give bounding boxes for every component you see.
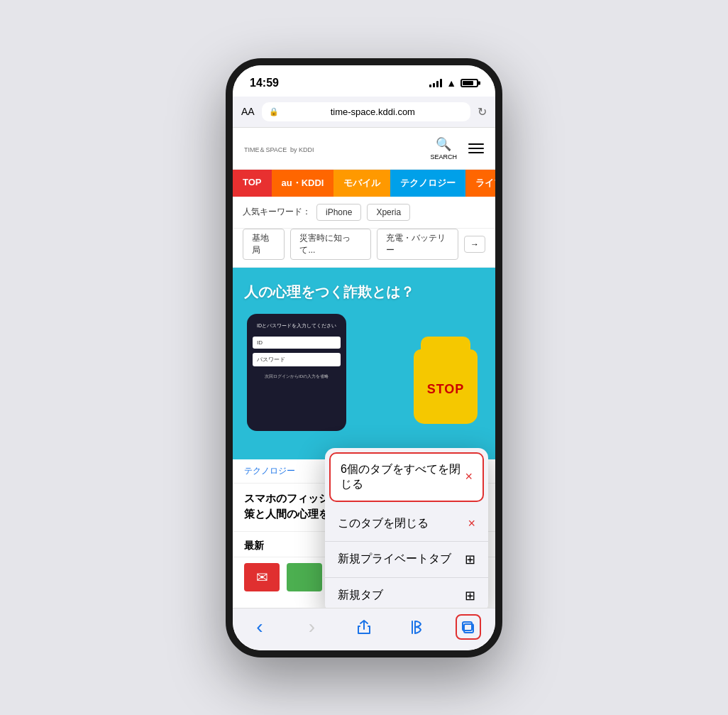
- tabs-icon: [460, 619, 476, 635]
- context-menu[interactable]: 6個のタブをすべてを閉じる × このタブを閉じる × 新規プライベートタブ ⊞ …: [325, 448, 488, 613]
- search-button[interactable]: 🔍 SEARCH: [430, 136, 457, 160]
- keyword-saigai[interactable]: 災害時に知って...: [290, 229, 370, 260]
- site-header: TIME＆SPACE by KDDI 🔍 SEARCH: [233, 128, 495, 170]
- nav-tab-au[interactable]: au・KDDI: [272, 170, 334, 197]
- close-all-icon: ×: [465, 469, 473, 484]
- lock-icon: 🔒: [269, 107, 279, 116]
- hand-yellow: STOP: [414, 349, 478, 424]
- new-private-tab-item[interactable]: 新規プライベートタブ ⊞: [325, 542, 488, 578]
- battery-icon: [460, 79, 478, 87]
- nav-tabs: TOP au・KDDI モバイル テクノロジー ライフスタイ: [233, 170, 495, 197]
- keywords-section: 人気キーワード： iPhone Xperia: [233, 197, 495, 229]
- hero-password-field: パスワード: [253, 353, 341, 366]
- status-icons: ▲: [429, 77, 478, 89]
- signal-icon: [429, 79, 442, 87]
- close-tab-text: このタブを閉じる: [338, 516, 429, 531]
- nav-tab-lifestyle[interactable]: ライフスタイ: [465, 170, 495, 197]
- hero-id-label: ID: [257, 339, 263, 346]
- keywords-label: 人気キーワード：: [243, 206, 311, 218]
- nav-tab-mobile[interactable]: モバイル: [333, 170, 390, 197]
- bookmarks-button[interactable]: [404, 614, 429, 640]
- hero-phone-mockup: IDとパスワードを入力してください ID パスワード 次回ログインからIDの入力…: [247, 314, 346, 431]
- wifi-icon: ▲: [446, 77, 456, 89]
- new-tab-icon: ⊞: [465, 588, 475, 604]
- search-label: SEARCH: [430, 153, 457, 160]
- menu-icon-line: [468, 148, 484, 149]
- header-icons: 🔍 SEARCH: [430, 136, 484, 160]
- iphone-frame: 14:59 ▲ AA 🔒 time-space.kddi.com: [226, 58, 502, 657]
- keyword-charging[interactable]: 充電・バッテリー: [377, 229, 458, 260]
- keyword-xperia[interactable]: Xperia: [367, 204, 410, 221]
- new-tab-text: 新規タブ: [338, 588, 383, 603]
- font-size-button[interactable]: AA: [241, 106, 255, 117]
- latest-label: 最新: [244, 540, 264, 551]
- stop-text: STOP: [427, 382, 465, 397]
- keyword-tags-row1: iPhone Xperia: [316, 204, 410, 221]
- back-arrow-icon: ‹: [256, 616, 263, 638]
- keywords-row2: 基地局 災害時に知って... 充電・バッテリー →: [233, 229, 495, 268]
- hero-checkbox-text: 次回ログインからIDの入力を省略: [265, 373, 329, 380]
- thumbnail-green[interactable]: [287, 563, 322, 591]
- menu-button[interactable]: [468, 143, 484, 153]
- reload-button[interactable]: ↻: [478, 105, 487, 119]
- keyword-iphone[interactable]: iPhone: [316, 204, 361, 221]
- url-bar[interactable]: 🔒 time-space.kddi.com: [262, 102, 470, 121]
- url-text: time-space.kddi.com: [282, 107, 463, 117]
- close-all-tabs-item[interactable]: 6個のタブをすべてを閉じる ×: [329, 452, 484, 502]
- share-button[interactable]: [351, 614, 377, 640]
- menu-icon-line: [468, 152, 484, 153]
- share-icon: [356, 619, 372, 635]
- hero-password-label: パスワード: [257, 356, 285, 363]
- logo-sub: by KDDI: [290, 146, 314, 153]
- article-category[interactable]: テクノロジー: [244, 465, 295, 477]
- thumbnail-mail[interactable]: ✉: [244, 563, 280, 591]
- stop-hand: STOP: [407, 349, 485, 435]
- status-bar: 14:59 ▲: [233, 65, 495, 97]
- hero-id-field: ID: [253, 337, 341, 349]
- site-logo: TIME＆SPACE by KDDI: [244, 141, 314, 155]
- keyword-kichi[interactable]: 基地局: [243, 229, 285, 260]
- hero-article[interactable]: 人の心理をつく詐欺とは？ IDとパスワードを入力してください ID パスワード …: [233, 268, 495, 459]
- close-tab-icon: ×: [468, 516, 475, 531]
- hero-title: 人の心理をつく詐欺とは？: [233, 268, 495, 309]
- books-icon: [409, 619, 424, 635]
- keywords-arrow[interactable]: →: [464, 236, 485, 253]
- forward-button[interactable]: ›: [299, 614, 325, 640]
- browser-bar: AA 🔒 time-space.kddi.com ↻: [233, 97, 495, 128]
- logo-main: TIME＆SPACE: [244, 146, 287, 153]
- nav-tab-top[interactable]: TOP: [233, 170, 272, 197]
- nav-tab-tech[interactable]: テクノロジー: [390, 170, 465, 197]
- status-time: 14:59: [250, 77, 279, 89]
- forward-arrow-icon: ›: [309, 616, 315, 638]
- tabs-button[interactable]: [456, 614, 481, 640]
- new-private-tab-text: 新規プライベートタブ: [338, 552, 451, 567]
- search-icon: 🔍: [436, 136, 451, 152]
- back-button[interactable]: ‹: [247, 614, 272, 640]
- bottom-bar: ‹ ›: [233, 608, 495, 650]
- menu-icon-line: [468, 143, 484, 145]
- new-private-tab-icon: ⊞: [465, 552, 475, 567]
- close-all-tabs-text: 6個のタブをすべてを閉じる: [341, 462, 465, 492]
- close-tab-item[interactable]: このタブを閉じる ×: [325, 506, 488, 542]
- hero-phone-text: IDとパスワードを入力してください: [257, 322, 336, 329]
